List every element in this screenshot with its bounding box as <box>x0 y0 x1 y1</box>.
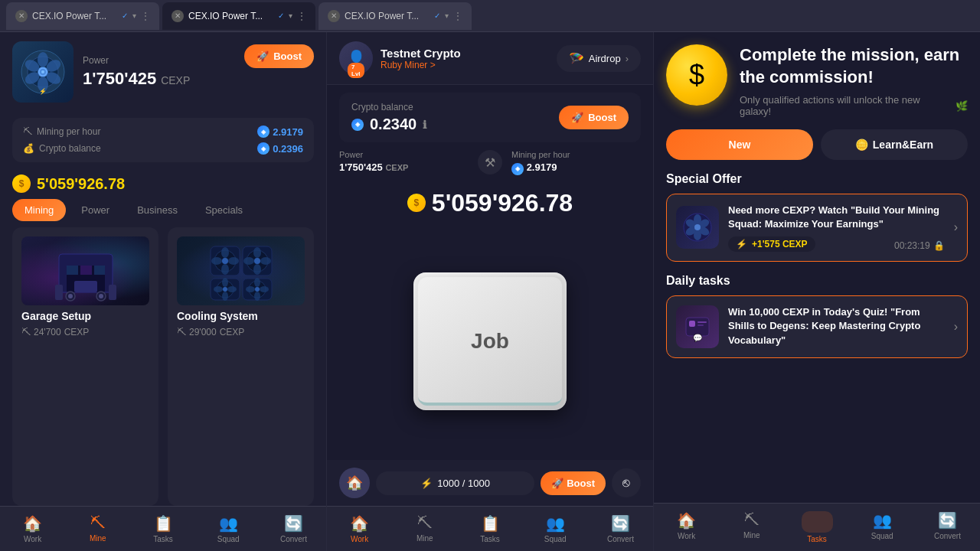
work-icon-mid[interactable]: 🏠 <box>339 468 370 498</box>
user-info: Testnet Crypto Ruby Miner > <box>381 47 549 70</box>
tab-title-2: CEX.IO Power T... <box>188 11 273 21</box>
tab-menu-3[interactable]: ⋮ <box>453 11 462 21</box>
garage-setup-image <box>21 236 149 305</box>
rocket-icon-mid: 🚀 <box>571 112 583 123</box>
boost-action-label: Boost <box>567 478 595 489</box>
mid-nav-squad-label: Squad <box>544 535 567 543</box>
mission-action-row: New 🪙 Learn&Earn <box>666 129 968 160</box>
nav-mine-label: Mine <box>90 534 106 543</box>
mid-nav-tasks[interactable]: 📋 Tasks <box>457 511 522 546</box>
job-key-container[interactable]: Job <box>327 223 653 461</box>
tab-menu-1[interactable]: ⋮ <box>141 11 150 21</box>
work-icon: 🏠 <box>23 514 42 533</box>
coin-icon-learn: 🪙 <box>855 139 868 151</box>
tab-chevron-1[interactable]: ▾ <box>132 11 136 20</box>
tab-power[interactable]: Power <box>69 199 122 221</box>
power-pill-value: 1000 / 1000 <box>437 478 490 489</box>
share-button[interactable]: ⎋ <box>612 468 641 497</box>
svg-text:💬: 💬 <box>693 333 703 342</box>
offer-arrow: › <box>954 220 958 234</box>
info-icon[interactable]: ℹ <box>423 119 426 131</box>
right-nav-mine[interactable]: ⛏ Mine <box>719 508 784 546</box>
nav-tasks-left[interactable]: 📋 Tasks <box>130 511 195 546</box>
offer-card[interactable]: Need more CEXP? Watch "Build Your Mining… <box>666 194 968 261</box>
crypto-stat-row: 💰 Crypto balance ◈ 0.2396 <box>23 142 303 155</box>
right-nav-convert[interactable]: 🔄 Convert <box>915 508 980 546</box>
tab-chevron-3[interactable]: ▾ <box>445 11 449 20</box>
tab-menu-2[interactable]: ⋮ <box>297 11 306 21</box>
mid-balance-section: Crypto balance ◈ 0.2340 ℹ <box>351 102 550 133</box>
mission-title: Complete the mission, earn the commissio… <box>740 44 968 88</box>
stats-grid: ⛏ Mining per hour ◈ 2.9179 💰 Crypto bala… <box>12 118 314 162</box>
svg-rect-62 <box>697 321 707 323</box>
tab-title-1: CEX.IO Power T... <box>32 11 117 21</box>
right-nav-mine-label: Mine <box>743 531 760 540</box>
left-panel-header: ⚡ Power 1'750'425 CEXP 🚀 Boost <box>0 32 326 112</box>
daily-title: Win 10,000 CEXP in Today's Quiz! "From S… <box>728 305 945 347</box>
new-button[interactable]: New <box>666 129 813 160</box>
mine-icon: ⛏ <box>90 514 106 532</box>
svg-point-33 <box>253 247 261 258</box>
browser-tab-3[interactable]: ✕ CEX.IO Power T... ✓ ▾ ⋮ <box>318 2 472 30</box>
svg-point-30 <box>222 258 228 264</box>
mid-squad-icon: 👥 <box>546 514 565 533</box>
mid-nav-mine[interactable]: ⛏ Mine <box>392 511 457 546</box>
garage-setup-card[interactable]: Garage Setup ⛏ 24'700 CEXP <box>12 227 158 506</box>
nav-mine-left[interactable]: ⛏ Mine <box>65 511 130 546</box>
boost-button-mid[interactable]: 🚀 Boost <box>559 106 629 129</box>
offer-content: Need more CEXP? Watch "Build Your Mining… <box>728 204 945 251</box>
tab-close-2[interactable]: ✕ <box>172 10 184 22</box>
tab-close-1[interactable]: ✕ <box>15 10 28 22</box>
tab-close-3[interactable]: ✕ <box>328 10 340 22</box>
svg-point-48 <box>260 286 269 292</box>
airdrop-icon: 🪂 <box>569 51 584 66</box>
mid-nav-work[interactable]: 🏠 Work <box>327 511 392 546</box>
browser-tab-2[interactable]: ✕ CEX.IO Power T... ✓ ▾ ⋮ <box>162 2 315 30</box>
cooling-system-value: ⛏ 29'000 CEXP <box>177 327 305 337</box>
mission-section: $ Complete the mission, earn the commiss… <box>666 44 968 117</box>
left-balance-row: $ 5'059'926.78 <box>0 168 326 199</box>
cooling-system-image <box>177 236 305 305</box>
boost-button-left[interactable]: 🚀 Boost <box>244 44 314 68</box>
user-sub[interactable]: Ruby Miner > <box>381 60 549 70</box>
svg-point-42 <box>222 292 228 301</box>
mining-cards-grid: Garage Setup ⛏ 24'700 CEXP <box>0 227 326 506</box>
learn-earn-button[interactable]: 🪙 Learn&Earn <box>821 129 968 160</box>
mid-power-row: Power 1'750'425 CEXP ⚒ Mining per hour ◈… <box>327 150 653 183</box>
username: Testnet Crypto <box>381 47 549 60</box>
boost-btn-action[interactable]: 🚀 Boost <box>541 471 606 495</box>
airdrop-button[interactable]: 🪂 Airdrop › <box>557 45 641 72</box>
nav-convert-left[interactable]: 🔄 Convert <box>261 511 326 546</box>
right-nav-work[interactable]: 🏠 Work <box>654 508 719 546</box>
mission-text: Complete the mission, earn the commissio… <box>740 44 968 117</box>
daily-task-card[interactable]: 💬 Win 10,000 CEXP in Today's Quiz! "From… <box>666 295 968 358</box>
svg-point-51 <box>255 287 260 292</box>
mid-big-balance: $ 5'059'926.78 <box>327 183 653 223</box>
right-tasks-icon: 📋 <box>802 511 833 533</box>
svg-rect-17 <box>74 281 97 292</box>
cooling-system-card[interactable]: Cooling System ⛏ 29'000 CEXP <box>168 227 314 506</box>
nav-squad-left[interactable]: 👥 Squad <box>196 511 261 546</box>
svg-rect-61 <box>689 321 695 327</box>
tab-mining[interactable]: Mining <box>12 199 66 221</box>
right-panel: $ Complete the mission, earn the commiss… <box>654 32 980 551</box>
right-nav-tasks[interactable]: 📋 Tasks <box>784 508 849 546</box>
svg-rect-14 <box>67 266 78 275</box>
svg-point-44 <box>223 287 227 292</box>
right-mine-icon: ⛏ <box>744 511 760 529</box>
mid-nav-convert[interactable]: 🔄 Convert <box>588 511 653 546</box>
browser-tab-1[interactable]: ✕ CEX.IO Power T... ✓ ▾ ⋮ <box>6 2 159 30</box>
right-nav-squad-label: Squad <box>871 532 893 540</box>
svg-point-43 <box>214 286 223 292</box>
tab-chevron-2[interactable]: ▾ <box>289 11 292 20</box>
job-key[interactable]: Job <box>413 272 567 410</box>
right-nav-squad[interactable]: 👥 Squad <box>850 508 915 546</box>
svg-rect-15 <box>80 266 92 275</box>
miner-fan-icon: ⚡ <box>12 41 74 103</box>
mid-nav-squad[interactable]: 👥 Squad <box>523 511 588 546</box>
tab-business[interactable]: Business <box>125 199 190 221</box>
learn-label: Learn&Earn <box>873 139 933 151</box>
nav-work-left[interactable]: 🏠 Work <box>0 511 65 546</box>
tab-specials[interactable]: Specials <box>193 199 255 221</box>
reward-icon: ⚡ <box>736 239 747 249</box>
